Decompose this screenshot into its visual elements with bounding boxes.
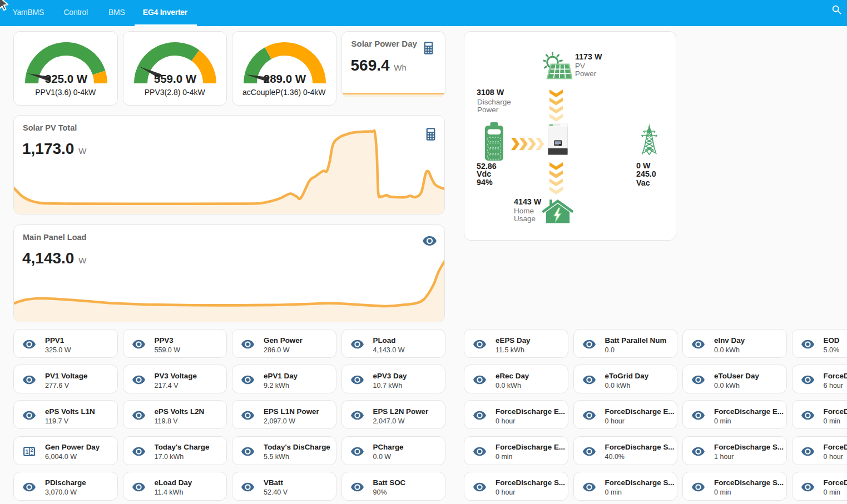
svg-text:289.0 W: 289.0 W — [264, 72, 306, 84]
svg-text:325.0 W: 325.0 W — [45, 72, 88, 84]
svg-text:2: 2 — [31, 447, 33, 453]
svg-text:559.0 W: 559.0 W — [154, 72, 197, 84]
svg-text:1: 1 — [25, 449, 28, 455]
